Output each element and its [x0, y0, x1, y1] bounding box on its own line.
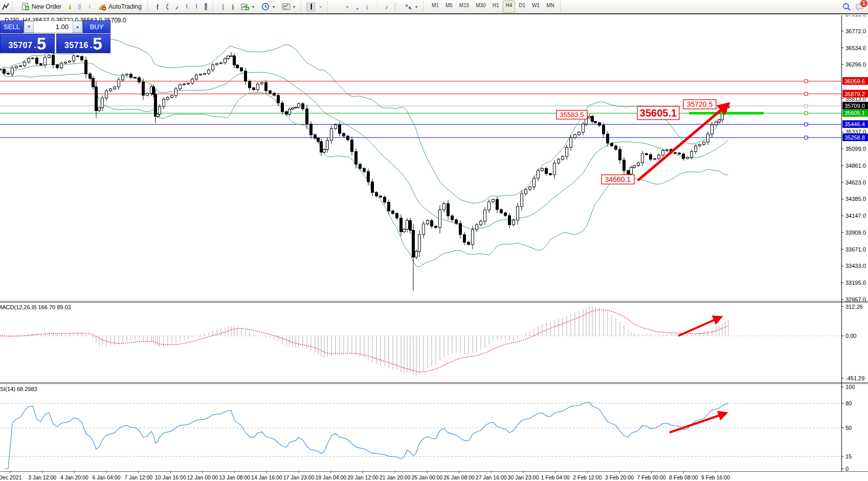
candlestick-mode-icon[interactable] [163, 3, 171, 11]
autotrading-label: AutoTrading [108, 3, 142, 10]
hline-handle [805, 80, 808, 83]
indicator-window-icon[interactable] [228, 3, 237, 11]
crosshair-tool-icon[interactable] [316, 3, 325, 11]
time-tick: 8 Feb 08:00 [669, 474, 698, 480]
cursor-tool-icon[interactable] [306, 3, 315, 11]
toolbar-separator [147, 2, 150, 12]
volume-increase-button[interactable]: ▲ [73, 21, 82, 33]
toolbar-separator [327, 2, 330, 12]
hline-handle [805, 111, 808, 114]
notifications-icon[interactable]: 1 [855, 3, 864, 11]
hline-handle [805, 93, 808, 96]
support-zone-bar [689, 112, 764, 114]
rsi-label: RSI(14) 68.2983 [0, 386, 37, 392]
time-tick: 25 Jan 00:00 [412, 474, 443, 480]
sell-price-display[interactable]: 35707 . 5 [0, 34, 55, 53]
time-tick: 27 Jan 16:00 [476, 474, 507, 480]
svg-text:A: A [386, 3, 387, 10]
toolbar-separator [213, 2, 216, 12]
price-tick: 36534.0 [845, 45, 866, 51]
svg-text:35446.4: 35446.4 [844, 121, 865, 127]
price-tick: 34623.0 [845, 179, 866, 186]
new-order-icon [21, 3, 30, 11]
sell-button[interactable]: SELL [0, 20, 24, 33]
annotation-35720.5: 35720.5 [683, 100, 716, 109]
bar-chart-mode-icon[interactable] [153, 3, 162, 11]
template-dropdown[interactable]: ▾ [279, 2, 298, 12]
timeframe-toolbar: M1M5M15M30H1H4D1W1MN [429, 1, 558, 13]
time-tick: 3 Feb 20:00 [605, 474, 634, 480]
macd-tick: 0.00 [845, 333, 856, 339]
dropdown-caret: ▾ [415, 5, 417, 9]
toolbar-right-group: 1 [842, 3, 867, 11]
add-indicator-dropdown[interactable]: ▾ [238, 2, 257, 12]
zoom-in-icon[interactable] [182, 3, 191, 11]
tf-button-w1[interactable]: W1 [529, 1, 543, 13]
price-badge-35605.1: 35605.1 [842, 109, 868, 117]
price-tick: 36772.0 [845, 28, 866, 34]
price-tick: 32957.0 [845, 296, 866, 303]
svg-text:T: T [396, 4, 397, 10]
time-tick: 9 Feb 16:00 [701, 474, 730, 480]
time-tick: 4 Jan 20:00 [60, 474, 88, 480]
tf-button-m15[interactable]: M15 [456, 1, 472, 13]
zoom-out-icon[interactable] [192, 3, 201, 11]
rsi-tick: 15 [845, 453, 852, 460]
annotation-35583.5: 35583.5 [557, 110, 587, 119]
toolbar-separator [12, 2, 15, 12]
tf-button-h4[interactable]: H4 [503, 1, 516, 13]
dropdown-caret: ▾ [252, 5, 254, 9]
time-tick: 12 Jan 00:00 [187, 474, 218, 480]
tf-button-mn[interactable]: MN [543, 1, 558, 13]
autotrading-icon [98, 3, 106, 11]
hline-handle [805, 136, 808, 139]
tile-windows-icon[interactable] [202, 3, 210, 11]
fibonacci-tool-icon[interactable]: E [362, 3, 371, 11]
svg-text:35583.5: 35583.5 [560, 111, 584, 119]
rsi-tick: 0 [845, 466, 849, 472]
time-tick: 10 Jan 16:00 [155, 474, 186, 480]
vertical-line-tool-icon[interactable] [333, 3, 342, 11]
price-tick: 33909.0 [845, 230, 866, 236]
tf-button-m1[interactable]: M1 [429, 1, 442, 13]
price-tick: 33195.0 [845, 280, 866, 286]
deposit-icon[interactable] [65, 3, 74, 11]
signals-icon[interactable] [85, 3, 94, 11]
macd-tick: 312.26 [845, 304, 863, 310]
price-tick: 34861.0 [845, 163, 866, 169]
autotrading-button[interactable]: AutoTrading [95, 2, 145, 12]
buy-price-display[interactable]: 35716 . 5 [56, 34, 111, 53]
data-window-icon[interactable] [218, 3, 227, 11]
horizontal-line-tool-icon[interactable] [343, 3, 351, 11]
tf-button-h1[interactable]: H1 [489, 1, 502, 13]
time-tick: 7 Jan 12:00 [124, 474, 152, 480]
tf-button-m30[interactable]: M30 [473, 1, 488, 13]
chart-window-icon[interactable] [1, 3, 10, 11]
price-tick: 33671.0 [845, 246, 866, 253]
svg-text:35720.5: 35720.5 [687, 100, 713, 108]
price-badge-35446.4: 35446.4 [842, 120, 868, 128]
tf-button-d1[interactable]: D1 [516, 1, 528, 13]
notification-badge: 1 [860, 0, 867, 7]
volume-input[interactable]: 1.00 [34, 21, 73, 33]
toolbar-separator [423, 2, 426, 12]
grid-tool-icon[interactable]: F [372, 3, 381, 11]
chart-area[interactable]: DJ30-,H4 35627.0 35722.0 35563.0 35709.0… [0, 15, 868, 481]
tf-button-m5[interactable]: M5 [442, 1, 456, 13]
chart-canvas[interactable]: 35583.535605.135720.534660.137010.036772… [0, 15, 868, 481]
time-tick: 17 Jan 23:00 [283, 474, 315, 480]
shapes-icon [404, 3, 413, 11]
annotation-34660.1: 34660.1 [602, 175, 634, 184]
volume-decrease-button[interactable]: ▼ [24, 21, 34, 33]
shapes-dropdown[interactable]: ▾ [401, 2, 420, 12]
line-chart-mode-icon[interactable] [172, 3, 181, 11]
market-watch-window-icon[interactable] [75, 3, 84, 11]
new-order-button[interactable]: New Order [18, 2, 64, 12]
trendline-tool-icon[interactable] [352, 3, 361, 11]
text-label-tool-icon[interactable]: T [391, 3, 400, 11]
period-dropdown[interactable]: ▾ [258, 2, 278, 12]
rsi-tick: 100 [845, 384, 855, 390]
text-tool-icon[interactable]: A [382, 3, 390, 11]
buy-button[interactable]: BUY [83, 20, 110, 33]
search-icon[interactable] [842, 3, 851, 11]
